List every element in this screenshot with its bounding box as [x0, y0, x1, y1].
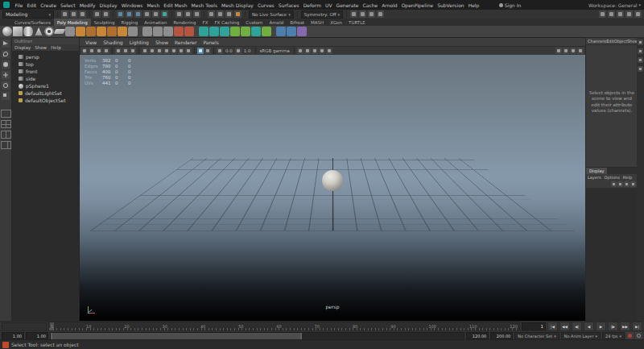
poly-pipe-icon[interactable] — [97, 27, 106, 36]
use-all-lights-icon[interactable] — [163, 48, 170, 54]
layer-menu-options[interactable]: Options — [605, 175, 620, 180]
viewport-menu-shading[interactable]: Shading — [100, 39, 126, 45]
combine-icon[interactable] — [142, 27, 152, 36]
modeling-toolkit-toggle-icon[interactable] — [599, 10, 606, 18]
menu-help[interactable]: Help — [466, 2, 481, 8]
menu-mesh-display[interactable]: Mesh Display — [220, 2, 256, 8]
create-empty-layer-icon[interactable] — [624, 181, 630, 187]
layout-two-pane-icon[interactable] — [1, 131, 11, 139]
shelf-tab-fx-caching[interactable]: FX Caching — [211, 19, 242, 26]
character-controls-toggle-icon[interactable] — [608, 10, 615, 18]
outliner-item-persp[interactable]: persp — [12, 53, 80, 60]
attribute-editor-icon[interactable] — [638, 39, 643, 45]
rotate-tool-icon[interactable] — [2, 81, 10, 89]
poly-cube-icon[interactable] — [13, 27, 23, 36]
menu-subversion[interactable]: SubVersion — [436, 2, 466, 8]
menu-edit-mesh[interactable]: Edit Mesh — [162, 2, 189, 8]
wireframe-icon[interactable] — [142, 48, 148, 54]
smooth-icon[interactable] — [199, 27, 208, 36]
character-set-dropdown[interactable]: No Character Set ▾ — [514, 332, 559, 340]
animation-end-field[interactable]: 200.00 — [490, 332, 513, 340]
viewport-renderer-icon[interactable] — [377, 10, 384, 18]
shelf-tab-arnold[interactable]: Arnold — [266, 19, 287, 26]
depth-of-field-icon[interactable] — [204, 48, 211, 54]
shadows-icon[interactable] — [171, 48, 177, 54]
oversan-icon[interactable] — [130, 48, 136, 54]
menu-windows[interactable]: Windows — [119, 2, 145, 8]
shelf-tab-rigging[interactable]: Rigging — [118, 19, 142, 26]
save-scene-icon[interactable] — [79, 10, 86, 18]
range-slider-handle[interactable] — [51, 333, 302, 339]
layout-four-pane-icon[interactable] — [1, 120, 11, 128]
bridge-icon[interactable] — [230, 27, 240, 36]
poly-cone-icon[interactable] — [34, 27, 43, 36]
outliner-menu-help[interactable]: Help — [51, 45, 61, 50]
viewport-menu-show[interactable]: Show — [152, 39, 171, 45]
sign-in-button[interactable]: Sign In — [499, 2, 522, 8]
extract-icon[interactable] — [163, 27, 173, 36]
menu-edit[interactable]: Edit — [25, 2, 39, 8]
poly-cylinder-icon[interactable] — [23, 27, 33, 36]
lasso-tool-icon[interactable] — [2, 50, 10, 58]
render-current-frame-icon[interactable] — [217, 10, 224, 18]
viewport-menu-view[interactable]: View — [82, 39, 100, 45]
2d-pan-zoom-icon[interactable] — [122, 48, 129, 54]
shelf-tab-curves-surfaces[interactable]: Curves/Surfaces — [11, 19, 54, 26]
resolution-gate-icon[interactable] — [312, 48, 318, 54]
outliner-menu-show[interactable]: Show — [35, 45, 47, 50]
target-weld-icon[interactable] — [262, 27, 271, 36]
snap-to-view-plane-icon[interactable] — [152, 10, 159, 18]
poly-pyramid-icon[interactable] — [86, 27, 96, 36]
image-plane-icon[interactable] — [115, 48, 122, 54]
poly-torus-icon[interactable] — [44, 27, 54, 36]
shelf-tab-xgen[interactable]: XGen — [327, 19, 345, 26]
render-settings-icon[interactable] — [234, 10, 242, 18]
camera-based-selection-icon[interactable] — [368, 10, 375, 18]
multisample-antialiasing-icon[interactable] — [197, 48, 204, 54]
gamma-value[interactable]: 1.0 — [242, 48, 253, 53]
layout-single-pane-icon[interactable] — [1, 110, 11, 118]
anim-layer-dropdown[interactable]: No Anim Layer ▾ — [561, 332, 601, 340]
lock-camera-icon[interactable] — [89, 48, 95, 54]
boolean-difference-icon[interactable] — [184, 27, 194, 36]
redo-icon[interactable] — [102, 10, 109, 18]
poly-helix-icon[interactable] — [107, 27, 117, 36]
fps-dropdown[interactable]: 24 fps ▾ — [602, 332, 625, 340]
viewport-menu-renderer[interactable]: Renderer — [171, 39, 200, 45]
animation-start-field[interactable]: 1.00 — [2, 332, 24, 340]
psphere1-object[interactable] — [322, 170, 343, 191]
shelf-tab-fx[interactable]: FX — [199, 19, 211, 26]
select-tool-icon[interactable] — [2, 39, 10, 48]
view-transform-dropdown[interactable]: sRGB gamma — [258, 48, 291, 53]
poly-platonic-icon[interactable] — [76, 27, 85, 36]
outliner-item-default-light-set[interactable]: defaultLightSet — [12, 89, 80, 97]
screen-space-ao-icon[interactable] — [178, 48, 184, 54]
shelf-tab-bifrost[interactable]: Bifrost — [287, 19, 308, 26]
current-frame-field[interactable]: 1 — [522, 322, 546, 331]
viewport-menu-panels[interactable]: Panels — [200, 39, 221, 45]
attribute-editor-toggle-icon[interactable] — [617, 10, 624, 18]
layer-menu-layers[interactable]: Layers — [588, 175, 601, 180]
menu-surfaces[interactable]: Surfaces — [276, 2, 301, 8]
create-polygon-icon[interactable] — [297, 27, 307, 36]
playback-start-field[interactable]: 1.00 — [26, 332, 48, 340]
boolean-union-icon[interactable] — [174, 27, 184, 36]
layout-persp-outliner-icon[interactable] — [1, 141, 11, 149]
menu-display[interactable]: Display — [97, 2, 119, 8]
outliner-menu-display[interactable]: Display — [14, 45, 31, 50]
help-line-grip-icon[interactable] — [2, 342, 9, 348]
channelbox-menu-object[interactable]: Object — [614, 39, 627, 44]
input-connections-icon[interactable] — [175, 10, 183, 18]
snap-to-curve-icon[interactable] — [126, 10, 133, 18]
menu-select[interactable]: Select — [59, 2, 78, 8]
snap-to-grid-icon[interactable] — [117, 10, 124, 18]
gate-mask-icon[interactable] — [326, 48, 332, 54]
output-connections-icon[interactable] — [184, 10, 192, 18]
exposure-value[interactable]: 0.0 — [224, 48, 234, 53]
menu-create[interactable]: Create — [39, 2, 59, 8]
menuset-selector[interactable]: Modeling ▾ — [2, 10, 54, 19]
shelf-tab-sculpting[interactable]: Sculpting — [91, 19, 118, 26]
shelf-tab-rendering[interactable]: Rendering — [170, 19, 199, 26]
menu-deform[interactable]: Deform — [301, 2, 323, 8]
mirror-icon[interactable] — [276, 27, 286, 36]
